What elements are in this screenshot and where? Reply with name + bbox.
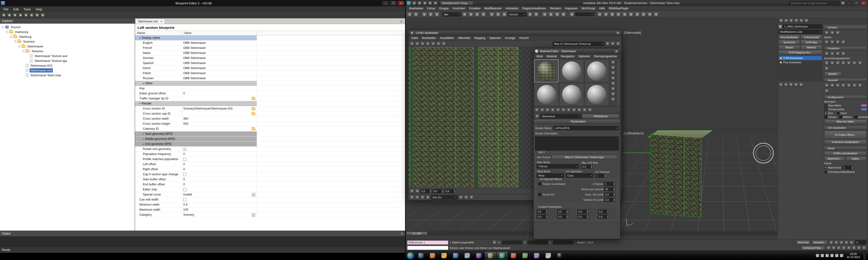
select-and-scale-icon[interactable] <box>501 11 507 17</box>
next-frame-icon[interactable] <box>844 240 849 245</box>
tree-expander-icon[interactable]: - <box>23 50 25 52</box>
section-header[interactable]: ▾Render <box>135 101 257 106</box>
property-row[interactable]: GermanOBB Steinmauer <box>135 55 405 61</box>
thick-radio[interactable] <box>824 112 827 115</box>
reference-coordinate-system-dropdown[interactable]: Ansicht▾ <box>508 12 527 16</box>
property-value[interactable] <box>182 96 257 101</box>
tabbar-close-icon[interactable]: ✕ <box>398 20 405 24</box>
spinner-arrows-icon[interactable]: ▴▾ <box>607 210 609 214</box>
property-value[interactable] <box>182 197 257 202</box>
zoom-region-icon[interactable] <box>616 41 620 46</box>
frames-spinner[interactable]: 1▴▾ <box>604 182 615 186</box>
tree-expander-icon[interactable]: - <box>14 40 17 43</box>
display-tab-icon[interactable] <box>799 18 804 23</box>
option-checkbox[interactable] <box>839 116 842 118</box>
selection-lock-icon[interactable] <box>492 240 497 245</box>
menu-item[interactable]: Anzeige <box>503 36 517 40</box>
archive-manager-taskbar-button[interactable] <box>531 252 542 260</box>
configure-option[interactable]: Einrast. <box>824 116 837 118</box>
align-y-icon[interactable] <box>830 61 835 65</box>
reset-uvws-button[interactable]: UVWs zurücksetzen <box>824 151 867 155</box>
parameters-rollout-header[interactable]: − Parameters <box>534 119 620 124</box>
help-search-input[interactable] <box>789 1 840 5</box>
ring-icon[interactable] <box>858 83 862 88</box>
save-icon[interactable] <box>12 13 18 17</box>
texture-animated-checkbox[interactable] <box>538 183 541 185</box>
property-value[interactable] <box>182 172 257 177</box>
export-icon[interactable] <box>24 13 28 17</box>
property-value[interactable]: ✓ <box>182 147 257 151</box>
filter-mode-dropdown[interactable]: Trilinear ▾ <box>537 164 579 169</box>
property-value[interactable]: 0 <box>182 91 257 96</box>
mat-titlebar[interactable]: Material-Editor - Steinmauer ✕ <box>534 49 620 54</box>
property-row[interactable]: RussianOBB Steinmauer <box>135 76 405 81</box>
tree-item[interactable]: -Textures <box>0 49 135 53</box>
peel-mode-icon[interactable] <box>830 30 835 35</box>
select-object-icon[interactable] <box>462 11 467 17</box>
thin-radio[interactable] <box>837 112 840 115</box>
export-all-icon[interactable] <box>29 13 34 17</box>
configure-option[interactable]: Abflach. <box>839 116 852 118</box>
create-tab-icon[interactable] <box>779 18 783 23</box>
modifier-button[interactable]: Material <box>801 45 822 49</box>
menu-item[interactable]: Bearbeiten <box>420 36 438 40</box>
modifier-button[interactable]: TurboSmooth <box>801 35 822 39</box>
max-close-button[interactable]: ✕ <box>861 1 867 5</box>
zoom-extents-all-icon[interactable] <box>841 246 846 250</box>
property-value[interactable]: Invalid▾ <box>182 192 257 197</box>
property-checkbox[interactable]: ✓ <box>183 148 186 151</box>
blueprint-editor-taskbar-button[interactable] <box>485 252 496 260</box>
select-and-link-icon[interactable] <box>422 11 427 17</box>
output-panel-header[interactable]: Output ✕ <box>0 231 405 236</box>
viewport-label-main[interactable]: [+] [Realistisch] <box>624 132 644 135</box>
dropdown-arrow-icon[interactable]: ▾ <box>252 193 255 196</box>
modifier-stack-item[interactable]: Poly bearbeiten <box>779 60 822 65</box>
property-row[interactable]: CategoryScenery▾ <box>135 212 405 217</box>
maxscript-mini-listener[interactable]: Willkommen 1 <box>407 240 448 245</box>
bp-minimize-button[interactable]: ─ <box>382 1 389 5</box>
put-material-icon[interactable] <box>540 108 545 112</box>
property-value[interactable] <box>182 86 257 91</box>
property-row[interactable]: ▸Middle geometry BPID <box>135 137 405 142</box>
modifier-button-wide[interactable]: UVW-Mapping hinz... <box>779 50 822 54</box>
max-minimize-button[interactable]: ─ <box>846 1 852 5</box>
map-seams-checkbox[interactable] <box>824 104 827 107</box>
spinner-arrows-icon[interactable]: ▴▾ <box>613 193 615 196</box>
menu-item[interactable]: Mapping <box>472 36 487 40</box>
material-sample-slot[interactable] <box>534 60 559 82</box>
help-icon[interactable] <box>841 1 845 5</box>
reset-peel-icon[interactable] <box>835 30 840 35</box>
property-value[interactable] <box>182 126 257 131</box>
spinner-arrows-icon[interactable]: ▴▾ <box>607 215 609 219</box>
mirror-icon[interactable] <box>431 41 435 46</box>
bind-to-spacewarp-icon[interactable] <box>434 11 440 17</box>
menu-item[interactable]: Tools <box>21 7 33 12</box>
manipulate-in-view-button[interactable]: In Ansicht manipulieren <box>824 140 867 144</box>
select-by-element-icon[interactable] <box>841 83 845 88</box>
fit-icon[interactable] <box>852 61 857 65</box>
mip-lod-spinner[interactable]: 0,0▴▾ <box>582 165 617 169</box>
browse-folder-icon[interactable] <box>252 97 255 100</box>
menu-item[interactable]: Auswählen <box>438 36 456 40</box>
property-row[interactable]: Can edit width <box>135 197 405 202</box>
bp-titlebar[interactable]: Blueprint Editor 2 - v53.9b ─ ❐ ✕ <box>0 0 405 6</box>
material-sample-slot[interactable] <box>559 60 584 82</box>
open-file-icon[interactable] <box>417 1 422 5</box>
rendered-frame-window-icon[interactable] <box>647 11 653 17</box>
scroll-uvs-checkbox[interactable] <box>538 193 541 196</box>
unlink-selection-icon[interactable] <box>428 11 434 17</box>
rollout-kanal-header[interactable]: −Kanal <box>824 146 867 150</box>
hierarchy-tab-icon[interactable] <box>789 18 794 23</box>
center-icon[interactable] <box>858 61 862 65</box>
bp-maximize-button[interactable]: ❐ <box>390 1 396 5</box>
undo-icon[interactable] <box>18 13 23 17</box>
option-checkbox[interactable] <box>855 116 858 118</box>
property-row[interactable]: Editor ground offset0 <box>135 91 405 96</box>
chrome-taskbar-button[interactable] <box>508 252 519 260</box>
section-header[interactable]: ▾Display name <box>135 35 257 40</box>
browse-folder-icon[interactable] <box>252 127 255 130</box>
material-editor-icon[interactable] <box>634 11 640 17</box>
redo-icon[interactable] <box>413 11 419 17</box>
modifier-stack-item[interactable]: UVW Ausweisen <box>779 56 822 60</box>
image-viewer-taskbar-button[interactable] <box>473 252 484 260</box>
